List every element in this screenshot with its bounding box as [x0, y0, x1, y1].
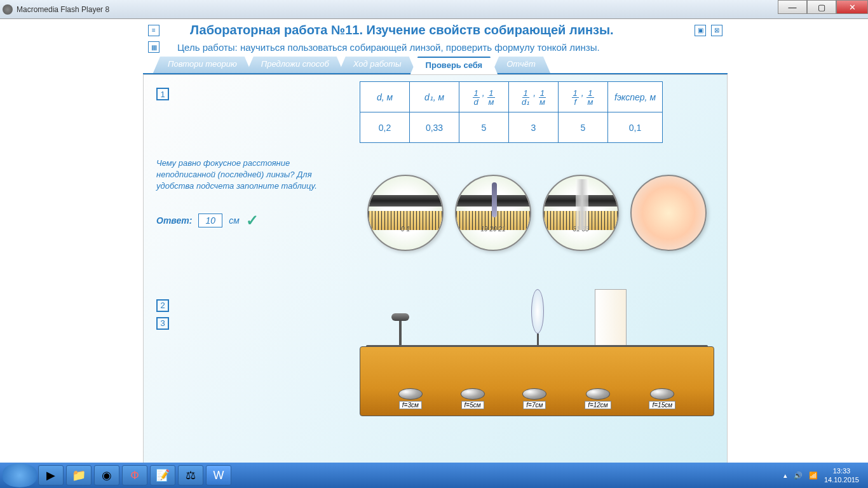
th-1f: 1f , 1м: [559, 82, 608, 112]
th-fexp: fэкспер, м: [608, 82, 663, 112]
taskbar-mediaplayer[interactable]: ▶: [38, 465, 64, 485]
question-link-3[interactable]: 3: [156, 317, 169, 330]
tab-method[interactable]: Предложи способ: [246, 57, 344, 74]
taskbar-app2[interactable]: ⚖: [178, 465, 203, 485]
cell-d1[interactable]: 0,33: [410, 112, 459, 143]
app-header: ≡ Лабораторная работа №11. Изучение свой…: [143, 19, 728, 41]
tray-network-icon[interactable]: 📶: [809, 471, 818, 480]
tab-test[interactable]: Проверь себя: [410, 57, 498, 74]
lens-holder[interactable]: [531, 289, 544, 353]
taskbar-notepad[interactable]: 📝: [150, 465, 175, 485]
answer-input[interactable]: [198, 214, 222, 227]
question-link-2[interactable]: 2: [156, 299, 169, 312]
app-icon: [3, 4, 13, 15]
check-icon[interactable]: ✓: [246, 212, 259, 229]
taskbar-explorer[interactable]: 📁: [66, 465, 92, 485]
taskbar-word[interactable]: W: [206, 465, 231, 485]
taskbar: ▶ 📁 ◉ Ф 📝 ⚖ W ▴ 🔊 📶 13:33 14.10.2015: [0, 463, 868, 488]
lens-3cm[interactable]: f=3см: [398, 388, 423, 409]
magnifiers: 0 1 19 20 21 31 33: [360, 175, 714, 251]
taskbar-chrome[interactable]: ◉: [94, 465, 119, 485]
magnifier-1[interactable]: 0 1: [367, 175, 444, 251]
magnifier-3[interactable]: 31 33: [543, 175, 619, 251]
start-button[interactable]: [3, 463, 37, 487]
question-number: 1: [156, 88, 169, 100]
fullscreen-icon[interactable]: ▣: [695, 25, 706, 36]
tab-theory[interactable]: Повтори теорию: [153, 57, 252, 74]
titlebar: Macromedia Flash Player 8 — ▢ ✕: [0, 0, 868, 19]
cell-1d[interactable]: 5: [459, 112, 509, 143]
answer-unit: см: [229, 215, 240, 226]
lab-title: Лабораторная работа №11. Изучение свойст…: [190, 23, 614, 37]
magnifier-2[interactable]: 19 20 21: [455, 175, 531, 251]
th-d: d, м: [360, 82, 410, 112]
lens-15cm[interactable]: f=15см: [649, 388, 675, 409]
answer-label: Ответ:: [156, 215, 192, 226]
th-1d1: 1d₁ , 1м: [509, 82, 559, 112]
close-button[interactable]: ✕: [836, 0, 868, 14]
tab-report[interactable]: Отчёт: [491, 57, 551, 74]
tray-volume-icon[interactable]: 🔊: [794, 471, 803, 480]
exit-icon[interactable]: ⊠: [711, 25, 722, 36]
minimize-button[interactable]: —: [778, 0, 807, 14]
screen[interactable]: [595, 289, 627, 353]
cell-d[interactable]: 0,2: [360, 112, 410, 143]
cell-1d1[interactable]: 3: [509, 112, 559, 143]
tray-arrow-icon[interactable]: ▴: [783, 471, 787, 480]
cell-1f[interactable]: 5: [559, 112, 608, 143]
cell-fexp[interactable]: 0,1: [608, 112, 663, 143]
th-1d: 1d , 1м: [459, 82, 509, 112]
tray-clock[interactable]: 13:33 14.10.2015: [824, 466, 859, 485]
lens-7cm[interactable]: f=7см: [522, 388, 546, 409]
lens-5cm[interactable]: f=5см: [461, 388, 485, 409]
magnifier-4[interactable]: [630, 175, 707, 251]
lens-12cm[interactable]: f=12см: [585, 388, 611, 409]
taskbar-app1[interactable]: Ф: [122, 465, 147, 485]
th-d1: d₁, м: [410, 82, 459, 112]
optical-bench[interactable]: f=3см f=5см f=7см f=12см f=15см: [360, 270, 714, 416]
calc-icon[interactable]: ▦: [148, 41, 159, 53]
tab-procedure[interactable]: Ход работы: [338, 57, 417, 74]
menu-icon[interactable]: ≡: [148, 25, 159, 36]
data-table: d, м d₁, м 1d , 1м 1d₁ , 1м 1f , 1м fэкс…: [360, 81, 663, 143]
question-text: Чему равно фокусное расстояние неподписа…: [156, 158, 347, 193]
maximize-button[interactable]: ▢: [807, 0, 836, 14]
lab-subtitle: Цель работы: научиться пользоваться соби…: [165, 42, 600, 53]
tabs: Повтори теорию Предложи способ Ход работ…: [143, 57, 728, 74]
window-title: Macromedia Flash Player 8: [17, 5, 109, 14]
